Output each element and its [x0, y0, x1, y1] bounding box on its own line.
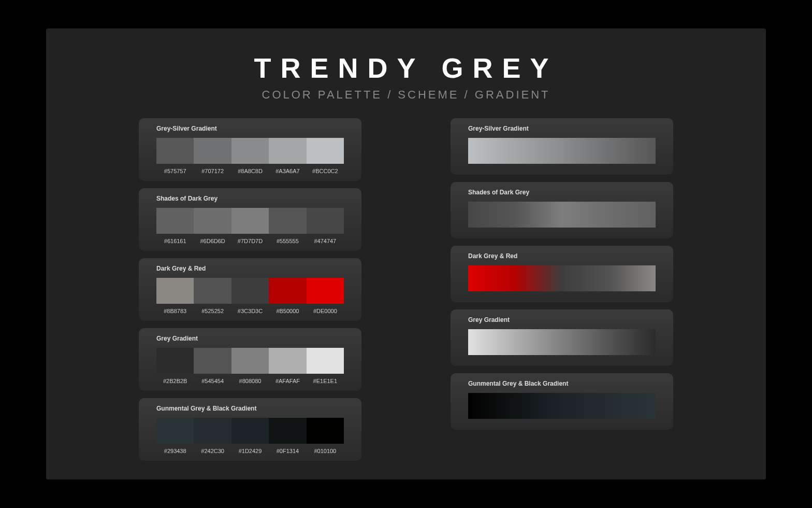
swatch-cell: #616161: [156, 208, 194, 244]
color-swatch: [194, 348, 231, 374]
content-area: Grey-Silver Gradient#575757#707172#8A8C8…: [46, 118, 766, 461]
swatch-cell: #3C3D3C: [231, 278, 269, 314]
color-swatch: [231, 348, 269, 374]
swatch-cell: #545454: [194, 348, 231, 384]
swatch-row: #575757#707172#8A8C8D#A3A6A7#BCC0C2: [156, 138, 344, 174]
palette-title: Grey Gradient: [468, 316, 656, 323]
gradient-card: Grey Gradient: [451, 309, 673, 366]
color-swatch: [231, 418, 269, 444]
color-swatch: [269, 208, 306, 234]
gradient-bar: [468, 202, 656, 228]
color-swatch: [194, 278, 231, 304]
main-title: TRENDY GREY: [46, 52, 766, 84]
swatch-cell: #6D6D6D: [194, 208, 231, 244]
palette-title: Dark Grey & Red: [156, 265, 344, 272]
swatch-cell: #8A8C8D: [231, 138, 269, 174]
hex-label: #6D6D6D: [200, 238, 225, 244]
color-swatch: [156, 348, 194, 374]
color-swatch: [269, 278, 306, 304]
color-swatch: [231, 208, 269, 234]
palette-title: Dark Grey & Red: [468, 252, 656, 260]
swatch-cell: #525252: [194, 278, 231, 314]
hex-label: #8A8C8D: [238, 168, 263, 174]
hex-label: #293438: [164, 448, 186, 454]
swatch-cell: #0F1314: [269, 418, 306, 454]
swatch-row: #2B2B2B#545454#808080#AFAFAF#E1E1E1: [156, 348, 344, 384]
color-swatch: [307, 348, 344, 374]
swatch-cell: #707172: [194, 138, 231, 174]
gradient-column: Grey-Silver GradientShades of Dark GreyD…: [451, 118, 673, 461]
color-swatch: [194, 208, 231, 234]
palette-card: Grey-Silver Gradient#575757#707172#8A8C8…: [139, 118, 361, 181]
swatch-cell: #575757: [156, 138, 194, 174]
color-swatch: [156, 138, 194, 164]
hex-label: #E1E1E1: [313, 378, 337, 384]
palette-title: Grey-Silver Gradient: [156, 125, 344, 132]
palette-card: Shades of Dark Grey#616161#6D6D6D#7D7D7D…: [139, 188, 361, 251]
color-swatch: [269, 418, 306, 444]
palette-title: Grey Gradient: [156, 335, 344, 342]
swatch-cell: #010100: [307, 418, 344, 454]
color-swatch: [156, 278, 194, 304]
gradient-card: Shades of Dark Grey: [451, 182, 673, 238]
hex-label: #808080: [239, 378, 262, 384]
swatch-cell: #B50000: [269, 278, 306, 314]
swatch-row: #616161#6D6D6D#7D7D7D#555555#474747: [156, 208, 344, 244]
hex-label: #0F1314: [277, 448, 299, 454]
hex-label: #242C30: [201, 448, 224, 454]
gradient-bar: [468, 265, 656, 291]
swatch-cell: #242C30: [194, 418, 231, 454]
color-swatch: [156, 208, 194, 234]
color-swatch: [231, 278, 269, 304]
swatch-cell: #AFAFAF: [269, 348, 306, 384]
hex-label: #545454: [201, 378, 224, 384]
hex-label: #A3A6A7: [276, 168, 299, 174]
hex-label: #1D2429: [239, 448, 262, 454]
swatch-cell: #BCC0C2: [307, 138, 344, 174]
palette-title: Gunmental Grey & Black Gradient: [156, 405, 344, 412]
swatch-cell: #2B2B2B: [156, 348, 194, 384]
palette-title: Shades of Dark Grey: [468, 189, 656, 196]
hex-label: #010100: [314, 448, 336, 454]
swatch-cell: #8B8783: [156, 278, 194, 314]
gradient-card: Grey-Silver Gradient: [451, 118, 673, 175]
color-swatch: [269, 348, 306, 374]
color-swatch: [156, 418, 194, 444]
palette-card: Dark Grey & Red#8B8783#525252#3C3D3C#B50…: [139, 258, 361, 321]
color-swatch: [307, 418, 344, 444]
hex-label: #AFAFAF: [276, 378, 300, 384]
hex-label: #525252: [201, 308, 224, 314]
hex-label: #707172: [201, 168, 224, 174]
color-swatch: [194, 418, 231, 444]
palette-card: Grey Gradient#2B2B2B#545454#808080#AFAFA…: [139, 328, 361, 391]
color-swatch: [231, 138, 269, 164]
hex-label: #8B8783: [164, 308, 186, 314]
gradient-card: Gunmental Grey & Black Gradient: [451, 373, 673, 430]
hex-label: #7D7D7D: [238, 238, 263, 244]
gradient-bar: [468, 393, 656, 419]
swatch-cell: #A3A6A7: [269, 138, 306, 174]
gradient-card: Dark Grey & Red: [451, 246, 673, 302]
swatch-cell: #E1E1E1: [307, 348, 344, 384]
hex-label: #555555: [277, 238, 299, 244]
subtitle: Color Palette / Scheme / Gradient: [46, 88, 766, 102]
swatch-cell: #555555: [269, 208, 306, 244]
hex-label: #DE0000: [313, 308, 337, 314]
palette-title: Grey-Silver Gradient: [468, 125, 656, 132]
color-swatch: [194, 138, 231, 164]
color-swatch: [307, 138, 344, 164]
color-swatch: [307, 278, 344, 304]
swatch-cell: #1D2429: [231, 418, 269, 454]
color-swatch: [269, 138, 306, 164]
palette-page: TRENDY GREY Color Palette / Scheme / Gra…: [46, 29, 766, 479]
header: TRENDY GREY Color Palette / Scheme / Gra…: [46, 52, 766, 102]
swatch-cell: #808080: [231, 348, 269, 384]
swatch-column: Grey-Silver Gradient#575757#707172#8A8C8…: [139, 118, 361, 461]
swatch-cell: #293438: [156, 418, 194, 454]
hex-label: #575757: [164, 168, 186, 174]
hex-label: #B50000: [276, 308, 299, 314]
swatch-cell: #474747: [307, 208, 344, 244]
palette-card: Gunmental Grey & Black Gradient#293438#2…: [139, 398, 361, 461]
gradient-bar: [468, 329, 656, 355]
hex-label: #BCC0C2: [312, 168, 338, 174]
